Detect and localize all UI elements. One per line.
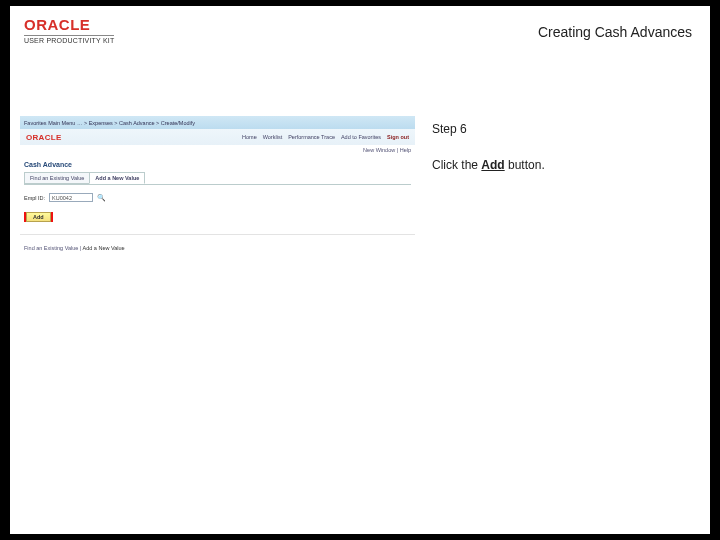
new-window-help[interactable]: New Window | Help [20, 145, 415, 155]
breadcrumb: Favorites Main Menu … > Expenses > Cash … [24, 120, 195, 126]
instr-pre: Click the [432, 158, 481, 172]
finder-footer: Find an Existing Value | Add a New Value [20, 234, 415, 255]
page-title: Creating Cash Advances [538, 24, 692, 40]
app-brand: ORACLE [26, 133, 62, 142]
add-button-highlight: Add [24, 212, 53, 222]
nav-home[interactable]: Home [242, 134, 257, 140]
app-header-bar: ORACLE Home Worklist Performance Trace A… [20, 129, 415, 145]
lookup-icon[interactable]: 🔍 [97, 193, 106, 202]
brand-subline: USER PRODUCTIVITY KIT [24, 35, 114, 44]
document-page: ORACLE USER PRODUCTIVITY KIT Creating Ca… [10, 6, 710, 534]
page-header: ORACLE USER PRODUCTIVITY KIT Creating Ca… [10, 6, 710, 62]
app-top-nav: Home Worklist Performance Trace Add to F… [242, 134, 409, 140]
section-title: Cash Advance [20, 155, 415, 172]
tab-row: Find an Existing Value Add a New Value [20, 172, 415, 184]
content-row: Favorites Main Menu … > Expenses > Cash … [10, 62, 710, 255]
emplid-label: Empl ID: [24, 195, 45, 201]
instr-post: button. [505, 158, 545, 172]
breadcrumb-bar: Favorites Main Menu … > Expenses > Cash … [20, 116, 415, 129]
form-row-emplid: Empl ID: KU0042 🔍 [20, 185, 415, 206]
brand-word: ORACLE [24, 16, 114, 33]
finder-link-existing[interactable]: Find an Existing Value [24, 245, 78, 251]
instr-bold: Add [481, 158, 504, 172]
nav-worklist[interactable]: Worklist [263, 134, 282, 140]
add-button-area: Add [20, 206, 415, 228]
step-label: Step 6 [432, 122, 692, 136]
tab-add-new[interactable]: Add a New Value [89, 172, 145, 184]
instruction-column: Step 6 Click the Add button. [418, 62, 710, 255]
nav-add-fav[interactable]: Add to Favorites [341, 134, 381, 140]
tab-find-existing[interactable]: Find an Existing Value [24, 172, 90, 184]
emplid-input[interactable]: KU0042 [49, 193, 93, 202]
screenshot-column: Favorites Main Menu … > Expenses > Cash … [10, 62, 418, 255]
nav-sign-out[interactable]: Sign out [387, 134, 409, 140]
instruction-text: Click the Add button. [432, 158, 692, 172]
app-screenshot: Favorites Main Menu … > Expenses > Cash … [20, 116, 415, 255]
finder-link-add[interactable]: Add a New Value [83, 245, 125, 251]
add-button[interactable]: Add [26, 212, 51, 222]
brand-logo: ORACLE USER PRODUCTIVITY KIT [24, 16, 114, 44]
nav-perf-trace[interactable]: Performance Trace [288, 134, 335, 140]
